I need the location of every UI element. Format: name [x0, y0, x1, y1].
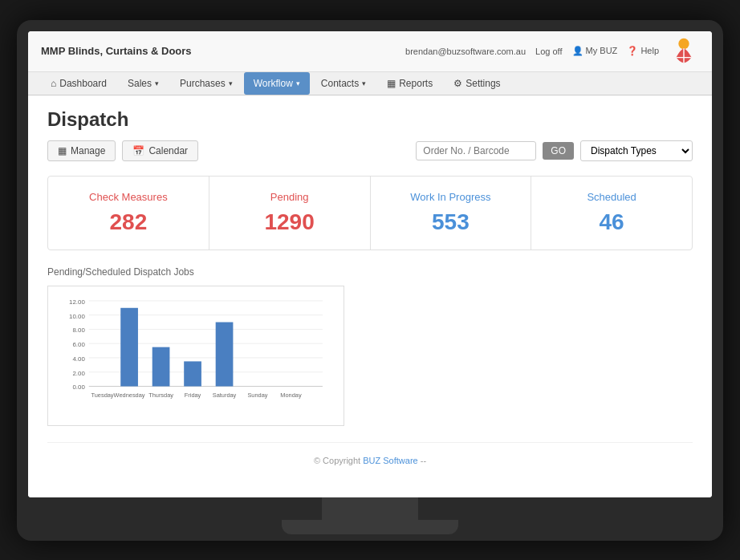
logoff-link[interactable]: Log off [535, 47, 562, 56]
toolbar-right: GO Dispatch Types [416, 140, 693, 161]
nav-contacts[interactable]: Contacts ▾ [311, 72, 376, 95]
table-icon: ▦ [387, 78, 396, 89]
stats-row: Check Measures 282 Pending 1290 Work In … [47, 176, 693, 250]
buz-software-link[interactable]: BUZ Software [363, 456, 417, 465]
top-right-nav: brendan@buzsoftware.com.au Log off 👤 My … [405, 36, 699, 67]
main-content: Dispatch ▦ Manage 📅 Calendar GO [28, 95, 712, 497]
bar-wednesday [120, 307, 138, 386]
home-icon: ⌂ [51, 78, 56, 89]
svg-text:Friday: Friday [185, 392, 201, 399]
go-button[interactable]: GO [543, 142, 574, 160]
svg-text:4.00: 4.00 [72, 355, 85, 362]
chevron-down-icon: ▾ [296, 79, 300, 87]
nav-settings[interactable]: ⚙ Settings [444, 72, 510, 95]
toolbar-left: ▦ Manage 📅 Calendar [47, 140, 198, 161]
help-link[interactable]: ❓ Help [627, 46, 659, 56]
stat-value-check-measures: 282 [61, 209, 196, 235]
bar-saturday [216, 322, 234, 386]
svg-text:Saturday: Saturday [213, 392, 237, 399]
footer-suffix: -- [421, 456, 426, 465]
my-buz-link[interactable]: 👤 My BUZ [572, 46, 618, 56]
chart-container: 12.00 10.00 8.00 6.00 4.00 2.00 0.00 [47, 286, 344, 426]
svg-text:8.00: 8.00 [72, 327, 85, 334]
stat-label-check-measures: Check Measures [61, 191, 196, 203]
top-bar: MMP Blinds, Curtains & Doors brendan@buz… [28, 31, 712, 72]
chart-section: Pending/Scheduled Dispatch Jobs 12.00 10… [47, 266, 693, 426]
stat-label-wip: Work In Progress [384, 191, 518, 203]
copyright-text: © Copyright [314, 456, 363, 465]
stat-scheduled[interactable]: Scheduled 46 [531, 177, 692, 250]
svg-text:2.00: 2.00 [72, 369, 85, 376]
footer: © Copyright BUZ Software -- [47, 442, 693, 478]
stat-value-pending: 1290 [222, 209, 357, 235]
stat-value-scheduled: 46 [544, 209, 679, 235]
stand-base [282, 520, 458, 534]
svg-text:Monday: Monday [280, 392, 302, 399]
gear-icon: ⚙ [453, 78, 462, 89]
nav-bar: ⌂ Dashboard Sales ▾ Purchases ▾ Workflow… [28, 72, 712, 95]
chevron-down-icon: ▾ [155, 79, 159, 87]
buz-logo [669, 36, 699, 67]
chevron-down-icon: ▾ [229, 79, 233, 87]
stat-value-wip: 553 [384, 209, 518, 235]
chevron-down-icon: ▾ [362, 79, 366, 87]
svg-point-0 [678, 38, 689, 48]
stat-check-measures[interactable]: Check Measures 282 [48, 177, 209, 250]
bar-friday [184, 361, 201, 386]
calendar-button[interactable]: 📅 Calendar [122, 140, 198, 161]
company-name: MMP Blinds, Curtains & Doors [41, 45, 192, 57]
toolbar: ▦ Manage 📅 Calendar GO Dispatch Types [47, 140, 693, 161]
svg-text:12.00: 12.00 [69, 298, 85, 305]
monitor-stand [28, 497, 712, 541]
nav-purchases[interactable]: Purchases ▾ [170, 72, 242, 95]
user-email: brendan@buzsoftware.com.au [405, 47, 526, 56]
table-icon: ▦ [58, 145, 67, 156]
bar-thursday [152, 347, 170, 386]
nav-reports[interactable]: ▦ Reports [377, 72, 442, 95]
stat-label-scheduled: Scheduled [544, 191, 679, 203]
svg-text:Wednesday: Wednesday [114, 392, 145, 399]
page-title: Dispatch [47, 108, 693, 131]
chart-title: Pending/Scheduled Dispatch Jobs [47, 266, 693, 278]
monitor: MMP Blinds, Curtains & Doors brendan@buz… [17, 20, 723, 541]
svg-text:Tuesday: Tuesday [91, 392, 113, 399]
screen: MMP Blinds, Curtains & Doors brendan@buz… [28, 31, 712, 497]
bar-chart: 12.00 10.00 8.00 6.00 4.00 2.00 0.00 [56, 294, 335, 417]
dispatch-type-select[interactable]: Dispatch Types [580, 140, 693, 161]
stat-label-pending: Pending [222, 191, 357, 203]
nav-dashboard[interactable]: ⌂ Dashboard [41, 72, 116, 95]
calendar-icon: 📅 [132, 145, 144, 156]
manage-button[interactable]: ▦ Manage [47, 140, 116, 161]
svg-text:10.00: 10.00 [69, 312, 85, 319]
svg-text:Sunday: Sunday [247, 392, 267, 399]
stand-neck [322, 497, 418, 520]
svg-text:6.00: 6.00 [72, 341, 85, 348]
search-input[interactable] [416, 141, 536, 160]
svg-text:Thursday: Thursday [148, 392, 173, 399]
nav-sales[interactable]: Sales ▾ [118, 72, 169, 95]
stat-pending[interactable]: Pending 1290 [209, 177, 371, 250]
stat-wip[interactable]: Work In Progress 553 [371, 177, 532, 250]
nav-workflow[interactable]: Workflow ▾ [244, 72, 310, 95]
svg-text:0.00: 0.00 [72, 383, 85, 391]
